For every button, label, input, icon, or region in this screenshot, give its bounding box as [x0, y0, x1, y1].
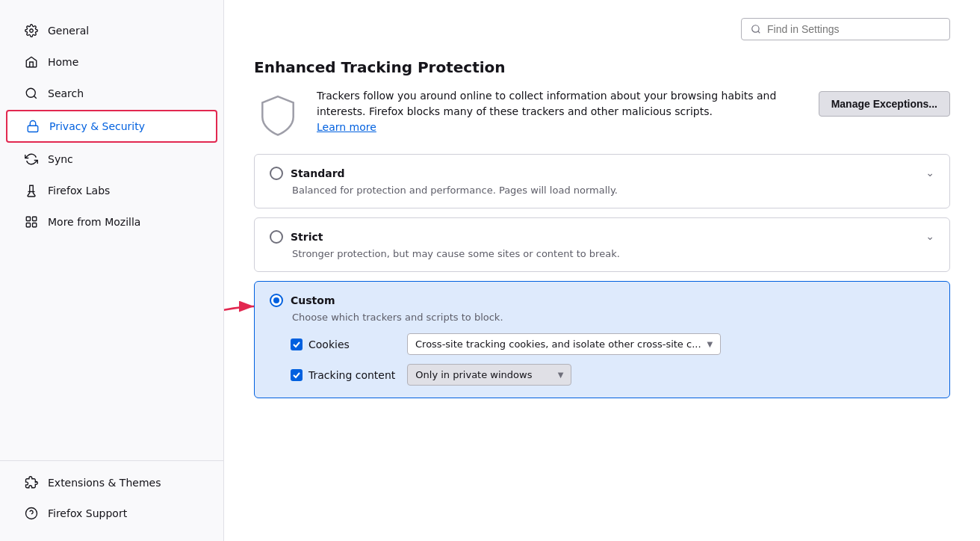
sidebar-item-labs[interactable]: Firefox Labs	[6, 176, 217, 205]
home-icon	[24, 55, 39, 69]
sidebar-item-home[interactable]: Home	[6, 47, 217, 77]
option-custom-header: Custom	[270, 294, 934, 307]
sidebar-bottom: Extensions & Themes Firefox Support	[0, 460, 223, 541]
search-input[interactable]	[767, 23, 940, 35]
tracking-text: Tracking content	[308, 369, 395, 381]
sidebar-item-support[interactable]: Firefox Support	[6, 498, 217, 528]
manage-exceptions-button[interactable]: Manage Exceptions...	[819, 91, 950, 117]
svg-rect-5	[26, 217, 30, 220]
sidebar-item-label-support: Firefox Support	[48, 507, 127, 519]
search-nav-icon	[24, 86, 39, 101]
cookies-dropdown-value: Cross-site tracking cookies, and isolate…	[415, 338, 701, 350]
svg-rect-8	[33, 223, 37, 227]
tracking-label: Tracking content	[291, 369, 395, 381]
mozilla-icon	[24, 214, 39, 229]
svg-point-11	[752, 25, 759, 32]
svg-point-1	[26, 88, 35, 97]
option-custom[interactable]: Custom Choose which trackers and scripts…	[254, 281, 950, 398]
help-icon	[24, 506, 39, 521]
option-wrapper-custom: Custom Choose which trackers and scripts…	[254, 281, 950, 398]
tracker-description: Trackers follow you around online to col…	[317, 88, 804, 135]
puzzle-icon	[24, 475, 39, 490]
tracking-row: Tracking content Only in private windows…	[291, 364, 934, 386]
sidebar-item-label-privacy: Privacy & Security	[49, 120, 145, 132]
svg-rect-3	[28, 126, 38, 132]
search-icon	[751, 24, 761, 34]
sidebar-item-label-home: Home	[48, 56, 78, 68]
option-standard-label: Standard	[291, 167, 345, 179]
svg-rect-6	[33, 217, 37, 220]
cookies-text: Cookies	[308, 338, 350, 350]
sidebar-item-sync[interactable]: Sync	[6, 144, 217, 174]
option-standard[interactable]: Standard ⌄ Balanced for protection and p…	[254, 154, 950, 208]
lock-icon	[25, 119, 40, 134]
sidebar-item-label-labs: Firefox Labs	[48, 185, 110, 197]
option-strict-header: Strict ⌄	[270, 230, 934, 244]
tracker-header: Trackers follow you around online to col…	[254, 88, 950, 139]
radio-standard[interactable]	[270, 167, 283, 180]
option-standard-header: Standard ⌄	[270, 167, 934, 180]
cookies-row: Cookies Cross-site tracking cookies, and…	[291, 333, 934, 355]
custom-options: Cookies Cross-site tracking cookies, and…	[291, 333, 934, 386]
shield-icon	[254, 91, 302, 139]
chevron-down-icon-standard: ⌄	[925, 167, 934, 179]
tracking-dropdown[interactable]: Only in private windows ▼	[407, 364, 571, 386]
sidebar-item-mozilla[interactable]: More from Mozilla	[6, 207, 217, 237]
sidebar-item-label-search: Search	[48, 87, 84, 99]
sidebar-item-label-sync: Sync	[48, 153, 73, 165]
tracking-dropdown-value: Only in private windows	[415, 369, 532, 380]
gear-icon	[24, 23, 39, 38]
cookies-label: Cookies	[291, 338, 395, 350]
radio-strict[interactable]	[270, 230, 283, 244]
option-standard-desc: Balanced for protection and performance.…	[292, 185, 934, 196]
chevron-down-icon-cookies: ▼	[707, 340, 713, 348]
svg-line-12	[758, 31, 760, 34]
sidebar-item-label-general: General	[48, 25, 89, 37]
sidebar-item-general[interactable]: General	[6, 16, 217, 46]
chevron-down-icon-strict: ⌄	[925, 230, 934, 242]
option-strict-label: Strict	[291, 231, 323, 243]
tracking-checkbox[interactable]	[291, 369, 303, 381]
sidebar-item-label-extensions: Extensions & Themes	[48, 477, 161, 489]
svg-point-0	[30, 29, 34, 33]
labs-icon	[24, 183, 39, 198]
sidebar-item-extensions[interactable]: Extensions & Themes	[6, 468, 217, 498]
radio-custom[interactable]	[270, 294, 283, 307]
option-strict[interactable]: Strict ⌄ Stronger protection, but may ca…	[254, 217, 950, 272]
chevron-down-icon-tracking: ▼	[558, 371, 564, 379]
sidebar-item-label-mozilla: More from Mozilla	[48, 216, 140, 228]
option-custom-label: Custom	[291, 294, 335, 306]
option-strict-desc: Stronger protection, but may cause some …	[292, 248, 934, 259]
cookies-dropdown[interactable]: Cross-site tracking cookies, and isolate…	[407, 333, 721, 355]
svg-point-9	[26, 508, 37, 519]
topbar	[254, 18, 950, 40]
cookies-checkbox[interactable]	[291, 338, 303, 350]
sidebar: General Home Search Privacy & Security	[0, 0, 224, 541]
sidebar-item-search[interactable]: Search	[6, 78, 217, 108]
sync-icon	[24, 152, 39, 167]
learn-more-link[interactable]: Learn more	[317, 121, 376, 133]
main-content: Enhanced Tracking Protection Trackers fo…	[224, 0, 980, 541]
search-box[interactable]	[741, 18, 950, 40]
svg-line-2	[34, 96, 36, 98]
sidebar-item-privacy[interactable]: Privacy & Security	[6, 110, 217, 143]
svg-rect-7	[26, 223, 30, 227]
option-custom-desc: Choose which trackers and scripts to blo…	[292, 312, 934, 323]
section-title: Enhanced Tracking Protection	[254, 58, 950, 76]
